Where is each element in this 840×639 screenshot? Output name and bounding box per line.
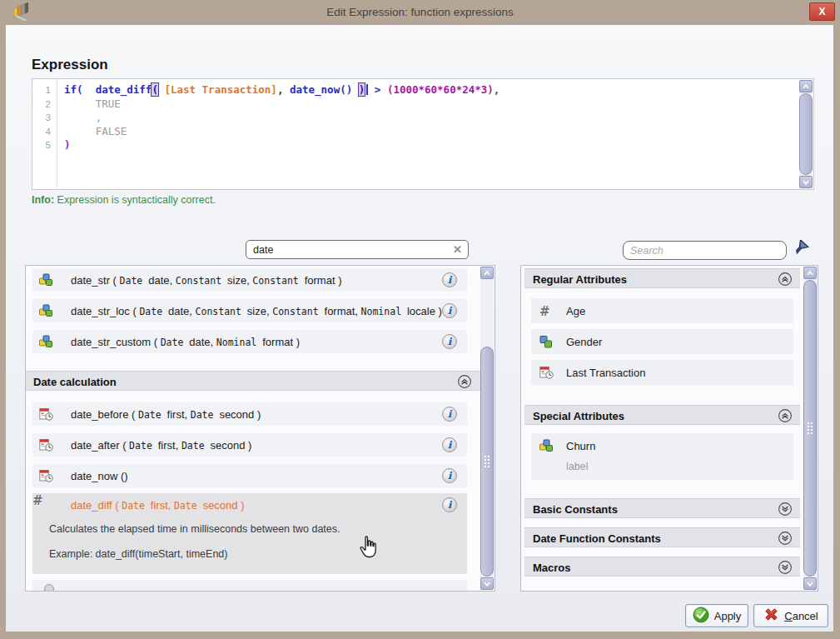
hash-icon: # <box>539 304 553 317</box>
signature-part: ( <box>112 499 122 512</box>
line-number-gutter: 12345 <box>32 79 57 189</box>
scroll-down-icon[interactable] <box>799 176 813 188</box>
signature-part: first, <box>158 439 181 452</box>
dateicon-icon <box>39 438 52 452</box>
input-section-special-attributes[interactable]: Special Attributes <box>524 405 800 425</box>
partial-icon <box>44 584 54 591</box>
signature-part: date_str <box>71 274 110 287</box>
function-date_after[interactable]: date_after ( Date first, Date second )i <box>32 433 467 457</box>
function-signature: date_str_loc ( Date date, Constant size,… <box>71 305 442 317</box>
input-item-gender[interactable]: Gender <box>531 329 793 354</box>
function-signature: date_str_custom ( Date date, Nominal for… <box>71 336 300 348</box>
function-date_diff-selected[interactable]: #date_diff ( Date first, Date second )iC… <box>32 493 467 574</box>
close-button[interactable]: X <box>809 2 835 21</box>
collapse-section-icon[interactable] <box>778 408 793 427</box>
signature-part: Constant <box>196 306 247 317</box>
signature-part: ( <box>130 305 140 317</box>
dateicon-icon <box>539 366 553 379</box>
code-line: , <box>64 111 797 125</box>
input-section-date-function-constants[interactable]: Date Function Constants <box>524 527 800 547</box>
signature-part: Date <box>120 275 149 287</box>
inputs-scrollbar[interactable] <box>803 267 817 590</box>
function-date_str[interactable]: date_str ( Date date, Constant size, Con… <box>32 268 467 292</box>
functions-search-input[interactable] <box>251 242 448 257</box>
function-date_str_custom[interactable]: date_str_custom ( Date date, Nominal for… <box>32 330 467 353</box>
input-section-basic-constants[interactable]: Basic Constants <box>524 498 800 518</box>
cubes2-icon <box>539 335 553 348</box>
apply-label: Apply <box>714 610 742 622</box>
collapse-section-icon[interactable] <box>778 272 793 290</box>
expand-section-icon[interactable] <box>778 560 793 578</box>
input-item-age[interactable]: #Age <box>531 298 793 323</box>
info-icon[interactable]: i <box>442 303 457 318</box>
code-token: , <box>64 111 102 123</box>
cancel-button[interactable]: Cancel <box>753 604 828 627</box>
function-example: Example: date_diff(timeStart, timeEnd) <box>49 548 227 560</box>
signature-part: date, <box>168 305 196 317</box>
function-section-header[interactable]: Date calculation <box>26 371 480 391</box>
function-date_now[interactable]: date_now ()i <box>32 464 467 487</box>
functions-scroll-thumb[interactable] <box>480 347 494 577</box>
info-label: Info: <box>32 194 54 206</box>
scroll-up-icon[interactable] <box>480 267 494 279</box>
cubes3-icon <box>539 439 553 452</box>
signature-part: Constant <box>272 306 324 317</box>
signature-part: ( <box>151 336 161 348</box>
input-item-label: Age <box>566 305 585 317</box>
editor-scrollbar[interactable] <box>799 80 813 188</box>
code-token: ) <box>359 83 365 96</box>
input-item-label: Churn <box>566 440 595 452</box>
expand-section-icon[interactable] <box>778 531 793 549</box>
cubes3-icon <box>39 273 52 287</box>
expression-heading: Expression <box>32 57 108 73</box>
functions-scrollbar[interactable] <box>480 267 494 590</box>
inputs-search-input[interactable] <box>629 242 766 258</box>
inputs-search[interactable] <box>623 241 787 260</box>
signature-part: Date <box>161 337 190 348</box>
functions-search[interactable]: ✕ <box>246 240 469 259</box>
inputs-scroll-thumb[interactable] <box>803 280 817 577</box>
input-item-churn[interactable]: Churnlabel <box>531 433 793 480</box>
input-section-macros[interactable]: Macros <box>524 557 800 577</box>
function-date_str_loc[interactable]: date_str_loc ( Date date, Constant size,… <box>32 299 467 322</box>
expand-section-icon[interactable] <box>778 502 793 520</box>
scroll-down-icon[interactable] <box>480 577 494 590</box>
info-icon[interactable]: i <box>442 468 457 483</box>
info-icon[interactable]: i <box>442 497 457 512</box>
code-line: TRUE <box>64 97 797 112</box>
signature-part: ( <box>120 439 130 452</box>
scroll-up-icon[interactable] <box>803 267 817 279</box>
input-section-regular-attributes[interactable]: Regular Attributes <box>524 268 800 288</box>
code-token: date_now() <box>290 83 352 96</box>
info-icon[interactable]: i <box>442 334 457 349</box>
function-signature: date_after ( Date first, Date second ) <box>71 439 251 452</box>
expression-editor[interactable]: 12345 if( date_diff( [Last Transaction],… <box>32 78 814 190</box>
signature-part: Date <box>122 500 151 512</box>
collapse-section-icon[interactable] <box>457 374 472 392</box>
scroll-up-icon[interactable] <box>799 80 813 92</box>
signature-part: locale ) <box>407 305 442 317</box>
input-item-last-transaction[interactable]: Last Transaction <box>531 360 793 385</box>
signature-part: date_str_loc <box>71 305 130 317</box>
signature-part: Constant <box>176 275 227 287</box>
info-icon[interactable]: i <box>442 437 457 452</box>
filter-funnel-icon[interactable] <box>791 240 811 262</box>
signature-part: Constant <box>252 275 304 287</box>
edit-expression-dialog: Edit Expression: function expressions X … <box>0 0 840 639</box>
clear-search-icon[interactable]: ✕ <box>453 243 462 256</box>
code-token: FALSE <box>64 125 127 137</box>
input-item-label: Gender <box>566 336 602 348</box>
scroll-down-icon[interactable] <box>803 577 817 590</box>
apply-button[interactable]: Apply <box>685 604 748 627</box>
info-icon[interactable]: i <box>442 407 457 422</box>
section-title: Basic Constants <box>533 503 618 516</box>
code-token <box>83 83 96 96</box>
signature-part: date_before <box>71 408 128 421</box>
function-date_before[interactable]: date_before ( Date first, Date second )i <box>32 402 467 426</box>
editor-scroll-thumb[interactable] <box>799 93 813 175</box>
info-icon[interactable]: i <box>442 272 457 287</box>
apply-check-icon <box>693 607 709 626</box>
signature-part: second ) <box>219 408 261 421</box>
signature-part: date_now <box>71 470 117 482</box>
expression-code[interactable]: if( date_diff( [Last Transaction], date_… <box>64 83 797 189</box>
